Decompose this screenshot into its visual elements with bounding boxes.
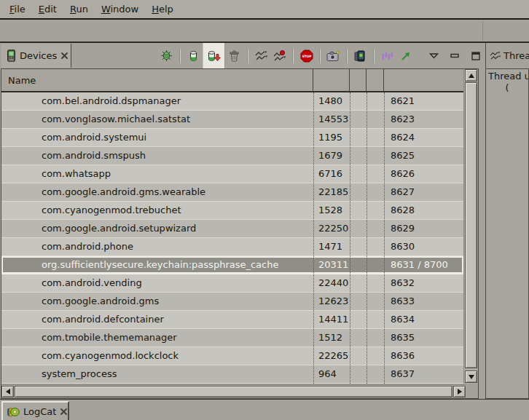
scroll-left-button[interactable]: [1, 386, 14, 397]
dump-view-hierarchy-button[interactable]: [351, 47, 369, 66]
capture-systrace-button[interactable]: [378, 47, 396, 66]
threads-message-line1: Thread up: [488, 71, 529, 82]
scroll-right-button[interactable]: [453, 386, 466, 397]
process-name: com.cyanogenmod.lockclock: [1, 347, 313, 365]
device-row[interactable]: com.whatsapp 6716 8626: [1, 165, 463, 183]
screen-capture-button[interactable]: [324, 47, 342, 66]
threads-message-line2: (: [486, 82, 528, 93]
device-row[interactable]: com.bel.android.dspmanager 1480 8621: [1, 92, 463, 111]
menu-file[interactable]: File: [3, 1, 32, 17]
minimize-button[interactable]: [447, 47, 462, 66]
debug-port: 8629: [384, 220, 463, 237]
horizontal-scrollbar[interactable]: [1, 384, 466, 397]
device-row[interactable]: com.cyanogenmod.lockclock 22265 8636: [1, 347, 463, 365]
device-phone-icon: [7, 49, 16, 62]
process-name: org.sufficientlysecure.keychain:passphra…: [1, 256, 313, 274]
process-pid: 12623: [313, 293, 350, 310]
process-pid: 1480: [313, 92, 350, 110]
device-table-body: com.bel.android.dspmanager 1480 8621 com…: [1, 92, 463, 384]
device-table: Name com.bel.android.dspmanager 1480 862…: [1, 68, 479, 399]
debug-process-button[interactable]: [157, 47, 176, 66]
debug-port: 8631 / 8700: [384, 256, 463, 274]
toolbar-separator: [179, 49, 181, 63]
debug-port: 8630: [384, 238, 463, 255]
device-row[interactable]: com.android.smspush 1679 8625: [1, 147, 463, 165]
device-row[interactable]: com.cyanogenmod.trebuchet 1528 8628: [1, 202, 463, 220]
process-pid: 14553: [313, 111, 350, 128]
menu-help[interactable]: Help: [145, 1, 180, 17]
process-pid: 1512: [313, 329, 350, 346]
devices-tabbar: Devices: [0, 43, 479, 69]
process-name: com.android.smspush: [1, 147, 313, 165]
update-threads-button[interactable]: [252, 47, 270, 66]
process-pid: 6716: [313, 165, 350, 183]
view-menu-button[interactable]: [426, 47, 441, 66]
debug-port: 8625: [384, 147, 463, 165]
close-icon[interactable]: [60, 408, 68, 416]
column-header-pid[interactable]: [313, 69, 350, 91]
device-row[interactable]: com.android.vending 22440 8632: [1, 274, 463, 293]
process-pid: 964: [313, 365, 350, 383]
tab-threads[interactable]: Threads: [485, 43, 529, 68]
device-row[interactable]: com.google.android.setupwizard 22250 862…: [1, 220, 463, 238]
toolbar-separator: [373, 49, 375, 63]
debug-port: 8621: [384, 92, 463, 110]
device-row[interactable]: com.vonglasow.michael.satstat 14553 8623: [1, 111, 463, 129]
column-header-name[interactable]: Name: [1, 69, 313, 91]
vertical-scrollbar[interactable]: [463, 69, 477, 384]
menu-window[interactable]: Window: [95, 1, 145, 17]
debug-port: 8624: [384, 129, 463, 146]
toolbar-separator: [319, 49, 321, 63]
device-row[interactable]: com.google.android.gms.wearable 22185 86…: [1, 183, 463, 202]
process-name: com.android.vending: [1, 274, 313, 292]
scroll-up-button[interactable]: [465, 69, 477, 82]
process-pid: 22185: [313, 183, 350, 201]
process-name: system_process: [1, 365, 313, 383]
tab-logcat[interactable]: LogCat: [1, 401, 69, 420]
start-opengl-trace-button[interactable]: [396, 47, 415, 66]
toolbar-strip-divider: [482, 21, 483, 40]
process-name: com.tmobile.thememanager: [1, 329, 313, 346]
debug-port: 8633: [384, 293, 463, 310]
device-row[interactable]: com.android.phone 1471 8630: [1, 238, 463, 256]
menu-run[interactable]: Run: [63, 1, 95, 17]
bottom-tabbar: LogCat: [0, 399, 529, 420]
stop-process-button[interactable]: STOP: [297, 47, 316, 66]
column-header-port[interactable]: [384, 69, 463, 91]
horizontal-scrollbar-thumb[interactable]: [15, 386, 452, 397]
tab-devices[interactable]: Devices: [1, 44, 71, 68]
debug-port: 8632: [384, 274, 463, 292]
process-name: com.android.defcontainer: [1, 311, 313, 328]
device-row[interactable]: system_process 964 8637: [1, 365, 463, 384]
process-name: com.google.android.gms: [1, 293, 313, 310]
menu-bar: FileEditRunWindowHelp: [0, 0, 529, 20]
device-row[interactable]: com.google.android.gms 12623 8633: [1, 293, 463, 311]
device-row[interactable]: com.tmobile.thememanager 1512 8635: [1, 329, 463, 347]
dump-hprof-button[interactable]: [203, 43, 225, 68]
process-name: com.whatsapp: [1, 165, 313, 183]
right-arrow-icon: [458, 389, 462, 395]
vertical-scrollbar-thumb[interactable]: [465, 82, 477, 368]
process-name: com.google.android.gms.wearable: [1, 183, 313, 201]
scroll-down-button[interactable]: [465, 371, 477, 383]
update-heap-button[interactable]: [184, 47, 203, 66]
column-header-empty[interactable]: [350, 69, 367, 91]
process-pid: 22250: [313, 220, 350, 237]
menu-edit[interactable]: Edit: [32, 1, 63, 17]
debug-port: 8635: [384, 329, 463, 346]
panel-sash[interactable]: [479, 43, 485, 399]
toolbar-separator: [346, 49, 348, 63]
device-row[interactable]: com.android.defcontainer 14411 8634: [1, 311, 463, 329]
logcat-tab-label: LogCat: [23, 406, 56, 417]
threads-icon: [490, 51, 501, 61]
debug-port: 8626: [384, 165, 463, 183]
devices-tab-label: Devices: [20, 50, 57, 61]
device-row[interactable]: org.sufficientlysecure.keychain:passphra…: [1, 256, 463, 274]
cause-gc-button[interactable]: [225, 47, 243, 66]
close-icon[interactable]: [60, 52, 68, 60]
column-header-empty[interactable]: [367, 69, 384, 91]
device-row[interactable]: com.android.systemui 1195 8624: [1, 129, 463, 147]
view-controls: [426, 47, 483, 66]
debug-port: 8637: [384, 365, 463, 383]
start-method-profiling-button[interactable]: [270, 47, 289, 66]
